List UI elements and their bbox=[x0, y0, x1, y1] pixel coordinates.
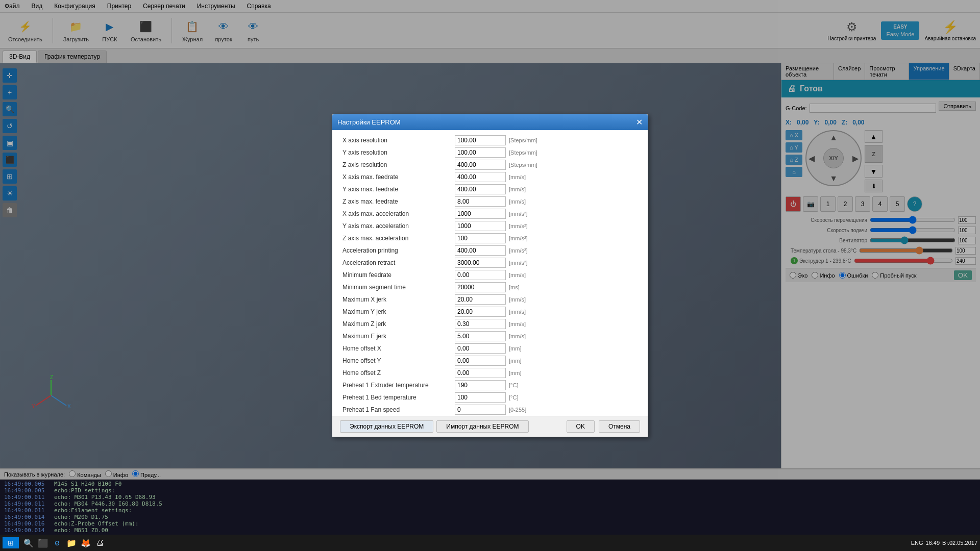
field-unit-18: [mm] bbox=[509, 358, 540, 364]
import-button[interactable]: Импорт данных EEPROM bbox=[436, 420, 528, 433]
dialog-footer-right: OK Отмена bbox=[567, 420, 640, 433]
dialog-footer: Экспорт данных EEPROM Импорт данных EEPR… bbox=[332, 416, 648, 437]
dialog-field-row: Maximum X jerk[mm/s] bbox=[342, 294, 638, 305]
field-unit-7: [mm/s²] bbox=[509, 223, 540, 229]
dialog-field-row: X axis max. feedrate[mm/s] bbox=[342, 172, 638, 182]
field-unit-19: [mm] bbox=[509, 370, 540, 376]
field-input-13[interactable] bbox=[455, 294, 506, 305]
field-input-5[interactable] bbox=[455, 196, 506, 207]
field-input-12[interactable] bbox=[455, 282, 506, 292]
field-label-7: Y axis max. acceleration bbox=[342, 222, 455, 230]
dialog-field-row: Maximum Y jerk[mm/s] bbox=[342, 307, 638, 317]
field-input-1[interactable] bbox=[455, 147, 506, 158]
taskbar-date: Вт.02.05.2017 bbox=[942, 540, 977, 546]
dialog-field-row: X axis resolution[Steps/mm] bbox=[342, 135, 638, 145]
dialog-body: X axis resolution[Steps/mm]Y axis resolu… bbox=[332, 130, 648, 416]
field-label-18: Home offset Y bbox=[342, 357, 455, 364]
eeprom-dialog: Настройки EEPROM ✕ X axis resolution[Ste… bbox=[332, 114, 648, 437]
taskbar-taskview[interactable]: ⬛ bbox=[36, 536, 50, 550]
field-unit-6: [mm/s²] bbox=[509, 211, 540, 217]
field-label-21: Preheat 1 Bed temperature bbox=[342, 394, 455, 401]
field-label-12: Minimum segment time bbox=[342, 284, 455, 291]
taskbar-search[interactable]: 🔍 bbox=[21, 536, 36, 550]
field-unit-13: [mm/s] bbox=[509, 296, 540, 303]
field-input-4[interactable] bbox=[455, 184, 506, 194]
export-button[interactable]: Экспорт данных EEPROM bbox=[340, 420, 433, 433]
dialog-footer-left: Экспорт данных EEPROM Импорт данных EEPR… bbox=[340, 420, 529, 433]
field-label-0: X axis resolution bbox=[342, 137, 455, 144]
dialog-field-row: X axis max. acceleration[mm/s²] bbox=[342, 209, 638, 219]
taskbar-folder[interactable]: 📁 bbox=[64, 536, 79, 550]
taskbar-time: 16:49 bbox=[926, 540, 940, 546]
field-input-3[interactable] bbox=[455, 172, 506, 182]
dialog-field-row: Y axis max. acceleration[mm/s²] bbox=[342, 221, 638, 231]
dialog-field-row: Home offset X[mm] bbox=[342, 343, 638, 354]
taskbar-repetier[interactable]: 🖨 bbox=[93, 536, 107, 550]
field-label-2: Z axis resolution bbox=[342, 161, 455, 168]
field-input-10[interactable] bbox=[455, 258, 506, 268]
field-input-2[interactable] bbox=[455, 160, 506, 170]
field-unit-8: [mm/s²] bbox=[509, 235, 540, 241]
field-input-15[interactable] bbox=[455, 319, 506, 329]
field-input-6[interactable] bbox=[455, 209, 506, 219]
field-input-0[interactable] bbox=[455, 135, 506, 145]
field-unit-5: [mm/s] bbox=[509, 198, 540, 205]
cancel-button[interactable]: Отмена bbox=[599, 420, 640, 433]
taskbar-edge[interactable]: e bbox=[50, 536, 64, 550]
field-input-17[interactable] bbox=[455, 343, 506, 354]
field-label-4: Y axis max. feedrate bbox=[342, 186, 455, 193]
dialog-title-bar: Настройки EEPROM ✕ bbox=[332, 114, 648, 130]
field-label-9: Acceleration printing bbox=[342, 247, 455, 254]
field-input-20[interactable] bbox=[455, 380, 506, 390]
field-label-15: Maximum Z jerk bbox=[342, 320, 455, 328]
dialog-field-row: Z axis max. acceleration[mm/s²] bbox=[342, 233, 638, 243]
ok-button[interactable]: OK bbox=[567, 420, 595, 433]
taskbar-firefox[interactable]: 🦊 bbox=[79, 536, 93, 550]
taskbar-lang: ENG bbox=[911, 540, 923, 546]
field-label-13: Maximum X jerk bbox=[342, 296, 455, 303]
field-unit-12: [ms] bbox=[509, 284, 540, 290]
taskbar-right: ENG 16:49 Вт.02.05.2017 bbox=[911, 540, 977, 546]
start-button[interactable]: ⊞ bbox=[3, 537, 19, 548]
field-input-16[interactable] bbox=[455, 331, 506, 341]
field-unit-3: [mm/s] bbox=[509, 174, 540, 180]
field-input-18[interactable] bbox=[455, 356, 506, 366]
dialog-field-row: Preheat 1 Fan speed[0-255] bbox=[342, 405, 638, 415]
field-unit-1: [Steps/mm] bbox=[509, 149, 540, 156]
dialog-title-text: Настройки EEPROM bbox=[337, 118, 401, 126]
field-unit-0: [Steps/mm] bbox=[509, 137, 540, 143]
dialog-field-row: Z axis max. feedrate[mm/s] bbox=[342, 196, 638, 207]
field-label-17: Home offset X bbox=[342, 345, 455, 352]
field-input-7[interactable] bbox=[455, 221, 506, 231]
field-unit-10: [mm/s²] bbox=[509, 260, 540, 266]
dialog-field-row: Y axis resolution[Steps/mm] bbox=[342, 147, 638, 158]
dialog-field-row: Minimum segment time[ms] bbox=[342, 282, 638, 292]
dialog-field-row: Home offset Y[mm] bbox=[342, 356, 638, 366]
field-unit-2: [Steps/mm] bbox=[509, 162, 540, 168]
field-label-16: Maximum E jerk bbox=[342, 333, 455, 340]
dialog-field-row: Minimum feedrate[mm/s] bbox=[342, 270, 638, 280]
taskbar: ⊞ 🔍 ⬛ e 📁 🦊 🖨 ENG 16:49 Вт.02.05.2017 bbox=[0, 535, 980, 551]
dialog-field-row: Acceleration retract[mm/s²] bbox=[342, 258, 638, 268]
field-label-14: Maximum Y jerk bbox=[342, 308, 455, 315]
field-input-9[interactable] bbox=[455, 245, 506, 256]
field-label-19: Home offset Z bbox=[342, 369, 455, 377]
field-label-5: Z axis max. feedrate bbox=[342, 198, 455, 205]
dialog-field-row: Acceleration printing[mm/s²] bbox=[342, 245, 638, 256]
field-input-21[interactable] bbox=[455, 392, 506, 403]
field-input-22[interactable] bbox=[455, 405, 506, 415]
field-input-11[interactable] bbox=[455, 270, 506, 280]
field-unit-14: [mm/s] bbox=[509, 309, 540, 315]
dialog-overlay: Настройки EEPROM ✕ X axis resolution[Ste… bbox=[0, 0, 980, 551]
dialog-close-button[interactable]: ✕ bbox=[636, 117, 643, 127]
field-label-11: Minimum feedrate bbox=[342, 271, 455, 279]
field-input-14[interactable] bbox=[455, 307, 506, 317]
field-label-1: Y axis resolution bbox=[342, 149, 455, 156]
field-label-20: Preheat 1 Extruder temperature bbox=[342, 382, 455, 389]
field-input-19[interactable] bbox=[455, 368, 506, 378]
field-label-3: X axis max. feedrate bbox=[342, 173, 455, 181]
dialog-field-row: Maximum Z jerk[mm/s] bbox=[342, 319, 638, 329]
field-label-8: Z axis max. acceleration bbox=[342, 235, 455, 242]
field-input-8[interactable] bbox=[455, 233, 506, 243]
field-unit-17: [mm] bbox=[509, 345, 540, 352]
